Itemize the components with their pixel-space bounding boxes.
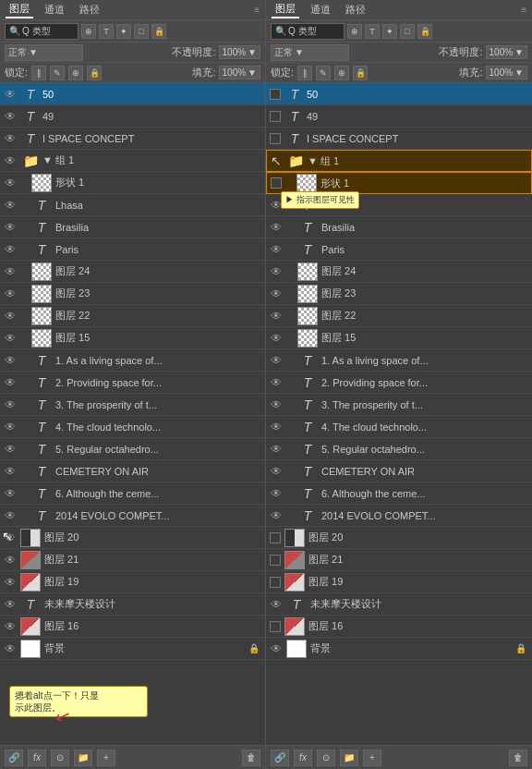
- eye-sc-left[interactable]: 👁: [2, 132, 18, 145]
- layer-row-cemetery-right[interactable]: 👁 T CEMETERY ON AIR: [266, 460, 532, 482]
- layer-row-15-left[interactable]: 👁 图层 15: [0, 327, 265, 349]
- tab-layers-left[interactable]: 图层: [6, 1, 33, 18]
- layer-row-paris-left[interactable]: 👁 T Paris: [0, 238, 265, 261]
- layer-row-16-left[interactable]: 👁 图层 16: [0, 616, 265, 638]
- eye-bg-left[interactable]: 👁: [2, 642, 18, 655]
- eye-cloud-right[interactable]: 👁: [268, 421, 284, 433]
- left-tool-btn4[interactable]: □: [134, 24, 149, 39]
- eye-pros-left[interactable]: 👁: [2, 398, 18, 411]
- eye-21-left[interactable]: 👁: [2, 554, 18, 567]
- add-mask-btn-right[interactable]: ⊙: [317, 750, 335, 766]
- right-tool-btn2[interactable]: T: [365, 24, 380, 39]
- eye-reg-left[interactable]: 👁: [2, 443, 18, 456]
- eye-50-left[interactable]: 👁: [2, 88, 18, 101]
- left-tool-btn2[interactable]: T: [99, 24, 114, 39]
- right-tool-btn3[interactable]: ✦: [382, 24, 397, 39]
- layer-row-brasilia-right[interactable]: 👁 T Brasilia: [266, 216, 532, 238]
- left-fill-select[interactable]: 100% ▼: [219, 66, 260, 79]
- right-search-box[interactable]: 🔍 Q 类型: [271, 23, 345, 40]
- eye-2014-left[interactable]: 👁: [2, 509, 18, 522]
- new-group-btn-right[interactable]: 📁: [340, 750, 358, 766]
- layer-row-as1-left[interactable]: 👁 T 1. As a living space of...: [0, 349, 265, 372]
- layer-row-21-right[interactable]: 图层 21: [266, 549, 532, 571]
- eye-23-left[interactable]: 👁: [2, 287, 18, 300]
- eye-19-left[interactable]: 👁: [2, 576, 18, 589]
- layer-row-bg-left[interactable]: 👁 背景 🔒: [0, 638, 265, 660]
- check-49-right[interactable]: [268, 111, 283, 122]
- eye-16-left[interactable]: 👁: [2, 620, 18, 633]
- eye-cloud-left[interactable]: 👁: [2, 421, 18, 433]
- left-opacity-select[interactable]: 100% ▼: [219, 45, 260, 59]
- panel-menu-right[interactable]: ≡: [521, 5, 526, 15]
- check-shape1-right[interactable]: [269, 177, 284, 189]
- layer-row-23-right[interactable]: 👁 图层 23: [266, 283, 532, 305]
- right-lock-btn1[interactable]: ∥: [297, 66, 312, 80]
- layer-row-cloud-right[interactable]: 👁 T 4. The cloud technolo...: [266, 416, 532, 438]
- right-tool-btn4[interactable]: □: [400, 24, 415, 39]
- left-lock-btn2[interactable]: ✎: [50, 66, 65, 80]
- layer-row-prov-right[interactable]: 👁 T 2. Providing space for...: [266, 372, 532, 394]
- eye-cemetery-right[interactable]: 👁: [268, 465, 284, 478]
- fx-btn-left[interactable]: fx: [28, 750, 46, 766]
- delete-layer-btn-left[interactable]: 🗑: [242, 750, 260, 766]
- layer-row-23-left[interactable]: 👁 图层 23: [0, 283, 265, 305]
- tab-channels-right[interactable]: 通道: [307, 2, 334, 18]
- layer-row-lhasa-left[interactable]: 👁 T Lhasa: [0, 194, 265, 216]
- eye-brasilia-right[interactable]: 👁: [268, 221, 284, 234]
- layer-row-pros-left[interactable]: 👁 T 3. The prosperity of t...: [0, 394, 265, 416]
- new-layer-btn-right[interactable]: +: [363, 750, 381, 766]
- layer-row-2014-left[interactable]: 👁 T 2014 EVOLO COMPET...: [0, 505, 265, 527]
- left-lock-btn3[interactable]: ⊕: [68, 66, 83, 80]
- new-group-btn-left[interactable]: 📁: [74, 750, 92, 766]
- right-lock-btn4[interactable]: 🔒: [353, 66, 368, 80]
- layer-row-although-left[interactable]: 👁 T 6. Although the ceme...: [0, 482, 265, 505]
- left-blend-select[interactable]: 正常 ▼: [5, 44, 83, 61]
- add-mask-btn-left[interactable]: ⊙: [51, 750, 69, 766]
- layer-row-shape1-right[interactable]: 形状 1 ▶ 指示图层可见性: [266, 172, 532, 194]
- fx-btn-right[interactable]: fx: [294, 750, 312, 766]
- layer-row-shape1-left[interactable]: 👁 形状 1: [0, 172, 265, 194]
- right-tool-btn1[interactable]: ⊕: [347, 24, 362, 39]
- panel-menu-left[interactable]: ≡: [254, 5, 260, 15]
- right-tool-btn5[interactable]: 🔒: [417, 24, 432, 39]
- layer-row-24-right[interactable]: 👁 图层 24: [266, 261, 532, 283]
- eye-15-left[interactable]: 👁: [2, 332, 18, 345]
- right-lock-btn3[interactable]: ⊕: [334, 66, 349, 80]
- check-sc-right[interactable]: [268, 133, 283, 144]
- check-19-right[interactable]: [268, 577, 283, 588]
- layer-row-15-right[interactable]: 👁 图层 15: [266, 327, 532, 349]
- eye-group1-left[interactable]: 👁: [2, 154, 18, 167]
- check-50-right[interactable]: [268, 89, 283, 100]
- tab-layers-right[interactable]: 图层: [272, 1, 299, 18]
- eye-15-right[interactable]: 👁: [268, 332, 284, 345]
- eye-although-left[interactable]: 👁: [2, 487, 18, 500]
- layer-row-20-right[interactable]: 图层 20: [266, 527, 532, 549]
- left-lock-btn4[interactable]: 🔒: [87, 66, 102, 80]
- layer-row-future-left[interactable]: 👁 T 未来摩天楼设计: [0, 593, 265, 616]
- layer-row-prov-left[interactable]: 👁 T 2. Providing space for...: [0, 372, 265, 394]
- left-tool-btn3[interactable]: ✦: [116, 24, 131, 39]
- layer-row-24-left[interactable]: 👁 图层 24: [0, 261, 265, 283]
- check-21-right[interactable]: [268, 555, 283, 566]
- tab-channels-left[interactable]: 通道: [41, 2, 68, 18]
- layer-row-group1-left[interactable]: 👁 📁 ▼ 组 1: [0, 150, 265, 172]
- eye-future-left[interactable]: 👁: [2, 598, 18, 611]
- layer-row-22-right[interactable]: 👁 图层 22: [266, 305, 532, 327]
- right-lock-btn2[interactable]: ✎: [316, 66, 331, 80]
- layer-row-reg-left[interactable]: 👁 T 5. Regular octahedro...: [0, 438, 265, 460]
- layer-row-pros-right[interactable]: 👁 T 3. The prosperity of t...: [266, 394, 532, 416]
- eye-2014-right[interactable]: 👁: [268, 509, 284, 522]
- delete-layer-btn-right[interactable]: 🗑: [509, 750, 527, 766]
- tab-paths-right[interactable]: 路径: [342, 2, 369, 18]
- link-layers-btn-left[interactable]: 🔗: [5, 750, 23, 766]
- layer-row-22-left[interactable]: 👁 图层 22: [0, 305, 265, 327]
- check-16-right[interactable]: [268, 621, 283, 632]
- layer-row-21-left[interactable]: 👁 图层 21: [0, 549, 265, 571]
- eye-prov-right[interactable]: 👁: [268, 376, 284, 389]
- check-20-right[interactable]: [268, 532, 283, 543]
- layer-row-reg-right[interactable]: 👁 T 5. Regular octahedro...: [266, 438, 532, 460]
- layer-row-16-right[interactable]: 图层 16: [266, 616, 532, 638]
- eye-bg-right[interactable]: 👁: [268, 642, 284, 655]
- layer-row-sc-right[interactable]: T I SPACE CONCEPT: [266, 128, 532, 150]
- layer-row-cloud-left[interactable]: 👁 T 4. The cloud technolo...: [0, 416, 265, 438]
